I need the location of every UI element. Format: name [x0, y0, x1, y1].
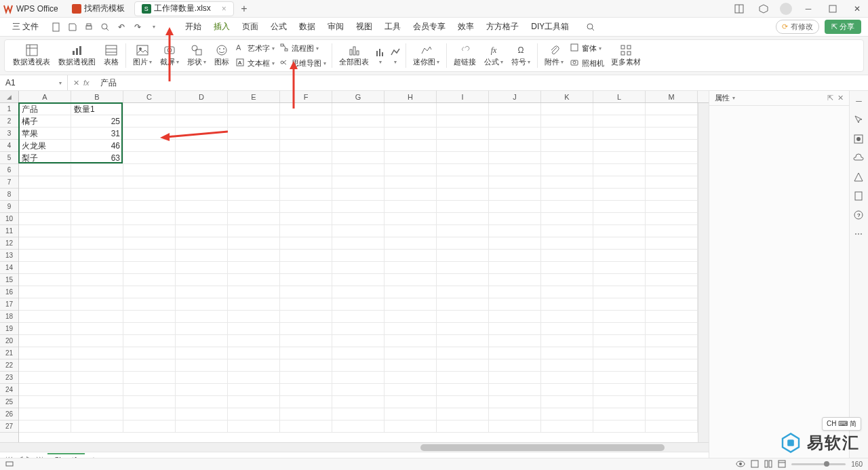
cell[interactable]	[123, 347, 176, 359]
tab-close-icon[interactable]: ×	[222, 4, 226, 14]
cell[interactable]	[384, 347, 437, 359]
cell[interactable]	[280, 176, 332, 189]
cell[interactable]	[71, 408, 123, 420]
record-mode-icon[interactable]	[5, 460, 14, 469]
cell[interactable]	[541, 420, 593, 433]
cell[interactable]	[19, 372, 71, 384]
cell[interactable]	[332, 372, 384, 384]
cell[interactable]	[646, 311, 698, 323]
cell[interactable]	[280, 420, 332, 433]
save-icon[interactable]	[67, 22, 78, 33]
menu-视图[interactable]: 视图	[351, 18, 378, 35]
col-header-M[interactable]: M	[646, 91, 698, 102]
cell[interactable]: 63	[71, 152, 123, 164]
cell[interactable]	[280, 298, 332, 311]
cell[interactable]	[228, 152, 280, 164]
cell[interactable]	[437, 103, 489, 115]
row-header-13[interactable]: 13	[0, 250, 18, 262]
menu-DIY工具箱[interactable]: DIY工具箱	[526, 18, 574, 35]
cell[interactable]	[593, 311, 646, 323]
cell[interactable]	[541, 323, 593, 335]
cell[interactable]	[593, 250, 646, 262]
cell[interactable]	[646, 189, 698, 201]
cell[interactable]	[437, 323, 489, 335]
cell[interactable]	[280, 396, 332, 408]
row-header-3[interactable]: 3	[0, 128, 18, 140]
cell[interactable]	[71, 250, 123, 262]
cell[interactable]	[489, 152, 541, 164]
cell[interactable]	[384, 396, 437, 408]
cell[interactable]: 梨子	[19, 152, 71, 164]
cell[interactable]	[280, 384, 332, 396]
cell[interactable]	[176, 286, 228, 298]
cell[interactable]	[593, 152, 646, 164]
row-header-15[interactable]: 15	[0, 274, 18, 286]
cell[interactable]	[280, 323, 332, 335]
row-header-23[interactable]: 23	[0, 372, 18, 384]
col-header-A[interactable]: A	[19, 91, 71, 102]
cell[interactable]	[19, 225, 71, 237]
cell[interactable]	[280, 189, 332, 201]
file-menu[interactable]: 三 文件	[7, 18, 44, 35]
cell[interactable]	[437, 372, 489, 384]
cell[interactable]	[489, 274, 541, 286]
cell[interactable]	[646, 359, 698, 372]
cell[interactable]	[541, 408, 593, 420]
cell[interactable]	[280, 250, 332, 262]
cell[interactable]	[19, 189, 71, 201]
cell[interactable]	[280, 201, 332, 213]
cell[interactable]	[176, 250, 228, 262]
close-icon[interactable]: ✕	[849, 1, 865, 17]
cell[interactable]	[384, 176, 437, 189]
sparkline-button[interactable]: 迷你图▾	[409, 41, 443, 71]
cell[interactable]	[280, 408, 332, 420]
cell[interactable]	[228, 115, 280, 128]
cell[interactable]	[646, 225, 698, 237]
maximize-icon[interactable]	[825, 1, 841, 17]
cell[interactable]	[123, 164, 176, 176]
cell[interactable]	[123, 384, 176, 396]
cell[interactable]	[71, 359, 123, 372]
cell[interactable]	[593, 347, 646, 359]
cell[interactable]	[646, 420, 698, 433]
cell[interactable]	[384, 115, 437, 128]
col-header-D[interactable]: D	[176, 91, 228, 102]
cell[interactable]	[332, 274, 384, 286]
cell[interactable]	[489, 311, 541, 323]
cell[interactable]	[384, 323, 437, 335]
cell[interactable]	[176, 420, 228, 433]
cell[interactable]	[228, 189, 280, 201]
col-header-G[interactable]: G	[332, 91, 384, 102]
cell[interactable]	[123, 420, 176, 433]
cell[interactable]	[437, 225, 489, 237]
cell[interactable]	[593, 274, 646, 286]
cell[interactable]	[541, 103, 593, 115]
cell[interactable]	[541, 176, 593, 189]
cell[interactable]	[123, 335, 176, 347]
redo-icon[interactable]: ↷	[132, 22, 143, 33]
cell[interactable]	[593, 128, 646, 140]
cell[interactable]	[228, 359, 280, 372]
cell[interactable]	[646, 396, 698, 408]
cell[interactable]	[384, 359, 437, 372]
cell[interactable]	[437, 298, 489, 311]
cell[interactable]	[541, 152, 593, 164]
formula-button[interactable]: fx公式▾	[480, 41, 507, 71]
menu-开始[interactable]: 开始	[180, 18, 207, 35]
zoom-slider[interactable]	[791, 463, 846, 465]
cell[interactable]	[593, 164, 646, 176]
cell[interactable]	[541, 359, 593, 372]
cell[interactable]	[332, 359, 384, 372]
cell[interactable]	[437, 359, 489, 372]
row-header-25[interactable]: 25	[0, 396, 18, 408]
cell[interactable]	[280, 237, 332, 250]
menu-工具[interactable]: 工具	[379, 18, 406, 35]
cell[interactable]	[123, 286, 176, 298]
changes-status[interactable]: ⟳有修改	[776, 20, 819, 34]
menu-方方格子[interactable]: 方方格子	[481, 18, 524, 35]
row-header-10[interactable]: 10	[0, 213, 18, 225]
preview-icon[interactable]	[100, 22, 111, 33]
cell[interactable]	[384, 274, 437, 286]
cell[interactable]	[541, 213, 593, 225]
cell[interactable]	[176, 225, 228, 237]
